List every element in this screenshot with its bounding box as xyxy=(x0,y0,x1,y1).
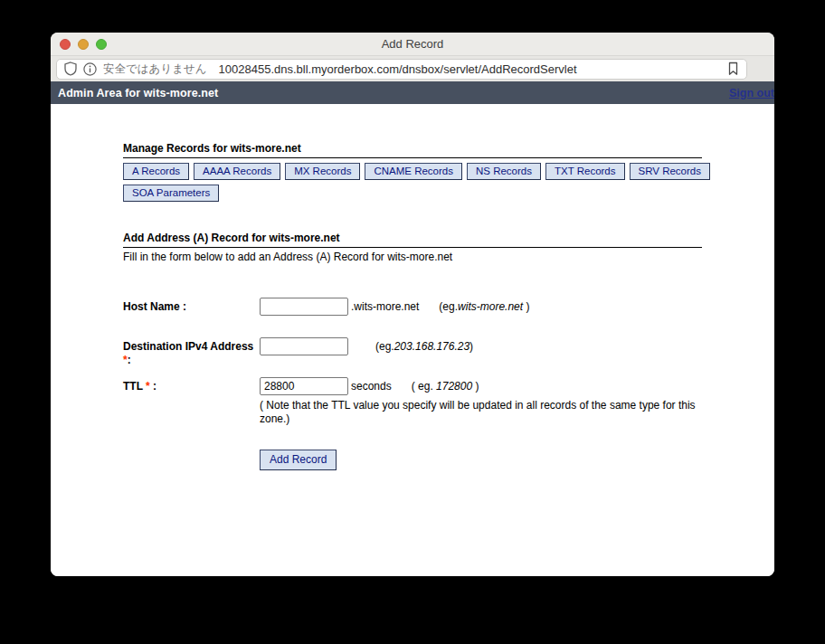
security-status-label: 安全ではありません xyxy=(103,62,207,77)
cname-records-button[interactable]: CNAME Records xyxy=(365,163,462,180)
record-type-buttons-row-1: A Records AAAA Records MX Records CNAME … xyxy=(123,163,720,180)
ns-records-button[interactable]: NS Records xyxy=(467,163,541,180)
window-title: Add Record xyxy=(51,37,774,51)
ttl-unit-label: seconds xyxy=(351,380,392,393)
add-record-button[interactable]: Add Record xyxy=(260,450,337,470)
mx-records-button[interactable]: MX Records xyxy=(285,163,360,180)
aaaa-records-button[interactable]: AAAA Records xyxy=(194,163,280,180)
ttl-input[interactable] xyxy=(260,377,348,395)
destination-ip-input[interactable] xyxy=(260,337,348,355)
destination-ip-row: Destination IPv4 Address *: (eg.203.168.… xyxy=(123,337,753,377)
soa-parameters-button[interactable]: SOA Parameters xyxy=(123,185,219,202)
a-records-button[interactable]: A Records xyxy=(123,163,189,180)
srv-records-button[interactable]: SRV Records xyxy=(630,163,710,180)
host-name-row: Host Name : .wits-more.net (eg.wits-more… xyxy=(123,298,753,337)
ttl-label: TTL * : xyxy=(123,377,260,393)
url-text[interactable]: 10028455.dns.bll.myorderbox.com/dnsbox/s… xyxy=(219,62,721,76)
manage-records-heading: Manage Records for wits-more.net xyxy=(123,142,702,155)
txt-records-button[interactable]: TXT Records xyxy=(545,163,625,180)
host-name-input[interactable] xyxy=(260,298,348,316)
add-record-form: Host Name : .wits-more.net (eg.wits-more… xyxy=(123,298,753,470)
bookmark-icon[interactable] xyxy=(727,62,739,76)
host-name-label: Host Name : xyxy=(123,298,260,314)
url-bar[interactable]: 安全ではありません 10028455.dns.bll.myorderbox.co… xyxy=(56,59,747,80)
host-domain-suffix: .wits-more.net xyxy=(351,300,419,313)
admin-area-title: Admin Area for wits-more.net xyxy=(58,87,218,99)
record-type-buttons-row-2: SOA Parameters xyxy=(123,185,720,202)
page-content: Manage Records for wits-more.net A Recor… xyxy=(51,104,774,576)
ttl-example-text: ( eg. 172800 ) xyxy=(412,380,479,393)
host-example-text: (eg.wits-more.net ) xyxy=(439,300,529,313)
admin-header-bar: Admin Area for wits-more.net Sign out xyxy=(51,81,774,104)
section-divider xyxy=(123,247,702,248)
add-record-heading: Add Address (A) Record for wits-more.net xyxy=(123,232,702,244)
info-icon[interactable] xyxy=(83,62,97,76)
sign-out-link[interactable]: Sign out xyxy=(729,87,774,99)
destination-ip-label: Destination IPv4 Address *: xyxy=(123,337,260,367)
browser-toolbar: 安全ではありません 10028455.dns.bll.myorderbox.co… xyxy=(51,56,774,81)
ip-example-text: (eg.203.168.176.23) xyxy=(375,340,473,353)
browser-window: Add Record 安全ではありません 10028455.dns.bll.my… xyxy=(51,33,774,576)
shield-icon[interactable] xyxy=(64,62,77,76)
add-record-intro: Fill in the form below to add an Address… xyxy=(123,251,753,263)
title-bar: Add Record xyxy=(51,33,774,56)
ttl-note: ( Note that the TTL value you specify wi… xyxy=(260,399,703,426)
section-divider xyxy=(123,157,702,158)
ttl-row: TTL * : seconds ( eg. 172800 ) ( Note th… xyxy=(123,377,753,426)
